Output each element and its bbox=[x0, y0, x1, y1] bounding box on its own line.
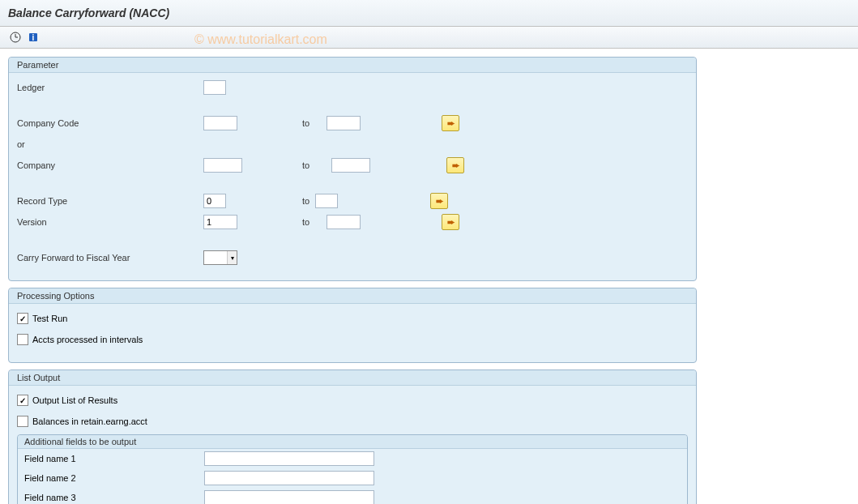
value-help-icon[interactable]: ▾ bbox=[227, 251, 237, 264]
or-label: or bbox=[17, 139, 203, 149]
output-results-checkbox[interactable] bbox=[17, 395, 28, 406]
arrow-right-icon: ➨ bbox=[447, 118, 455, 129]
ledger-label: Ledger bbox=[17, 83, 203, 92]
parameter-group: Parameter Ledger Company Code to ➨ or Co… bbox=[8, 57, 697, 281]
company-code-label: Company Code bbox=[17, 118, 203, 128]
record-type-from-input[interactable] bbox=[203, 194, 226, 208]
info-icon[interactable]: i bbox=[26, 30, 41, 45]
toolbar: i bbox=[0, 27, 858, 49]
additional-fields-title: Additional fields to be output bbox=[18, 435, 687, 449]
svg-text:i: i bbox=[32, 33, 35, 42]
company-range-button[interactable]: ➨ bbox=[446, 157, 464, 173]
company-code-to-input[interactable] bbox=[327, 116, 361, 130]
field3-input[interactable] bbox=[204, 490, 374, 504]
record-type-range-button[interactable]: ➨ bbox=[430, 193, 448, 209]
test-run-label: Test Run bbox=[32, 314, 67, 323]
accts-intervals-label: Accts processed in intervals bbox=[32, 335, 143, 344]
to-label-2: to bbox=[242, 160, 331, 170]
version-label: Version bbox=[17, 217, 203, 227]
company-from-input[interactable] bbox=[203, 158, 242, 173]
arrow-right-icon: ➨ bbox=[447, 217, 455, 228]
execute-icon[interactable] bbox=[8, 30, 23, 45]
version-range-button[interactable]: ➨ bbox=[442, 214, 459, 230]
arrow-right-icon: ➨ bbox=[452, 160, 459, 171]
test-run-checkbox[interactable] bbox=[17, 313, 28, 324]
carry-forward-valuehelp[interactable]: ▾ bbox=[203, 250, 237, 265]
version-from-input[interactable] bbox=[203, 215, 237, 229]
ledger-input[interactable] bbox=[203, 80, 226, 95]
output-results-label: Output List of Results bbox=[32, 395, 117, 405]
field2-input[interactable] bbox=[204, 471, 374, 485]
field3-label: Field name 3 bbox=[24, 493, 204, 502]
company-code-range-button[interactable]: ➨ bbox=[442, 115, 459, 131]
balances-retain-checkbox[interactable] bbox=[17, 416, 28, 427]
company-label: Company bbox=[17, 160, 203, 170]
to-label-3: to bbox=[226, 196, 315, 206]
version-to-input[interactable] bbox=[327, 215, 361, 229]
carry-forward-label: Carry Forward to Fiscal Year bbox=[17, 253, 203, 263]
list-output-group-title: List Output bbox=[9, 370, 696, 386]
page-title: Balance Carryforward (NACC) bbox=[0, 0, 858, 27]
accts-intervals-checkbox[interactable] bbox=[17, 334, 28, 345]
record-type-label: Record Type bbox=[17, 196, 203, 206]
parameter-group-title: Parameter bbox=[9, 58, 696, 73]
processing-group-title: Processing Options bbox=[9, 288, 696, 304]
processing-group: Processing Options Test Run Accts proces… bbox=[8, 288, 697, 363]
carry-forward-input[interactable] bbox=[204, 252, 227, 263]
field1-input[interactable] bbox=[204, 451, 374, 466]
to-label-1: to bbox=[237, 118, 327, 128]
additional-fields-group: Additional fields to be output Field nam… bbox=[17, 434, 688, 504]
arrow-right-icon: ➨ bbox=[436, 196, 443, 207]
balances-retain-label: Balances in retain.earng.acct bbox=[32, 416, 147, 426]
field2-label: Field name 2 bbox=[24, 473, 204, 483]
company-to-input[interactable] bbox=[331, 158, 370, 173]
record-type-to-input[interactable] bbox=[315, 194, 338, 208]
field1-label: Field name 1 bbox=[24, 454, 204, 463]
list-output-group: List Output Output List of Results Balan… bbox=[8, 369, 697, 504]
to-label-4: to bbox=[237, 217, 327, 227]
company-code-from-input[interactable] bbox=[203, 116, 237, 130]
content-area: Parameter Ledger Company Code to ➨ or Co… bbox=[0, 49, 705, 504]
